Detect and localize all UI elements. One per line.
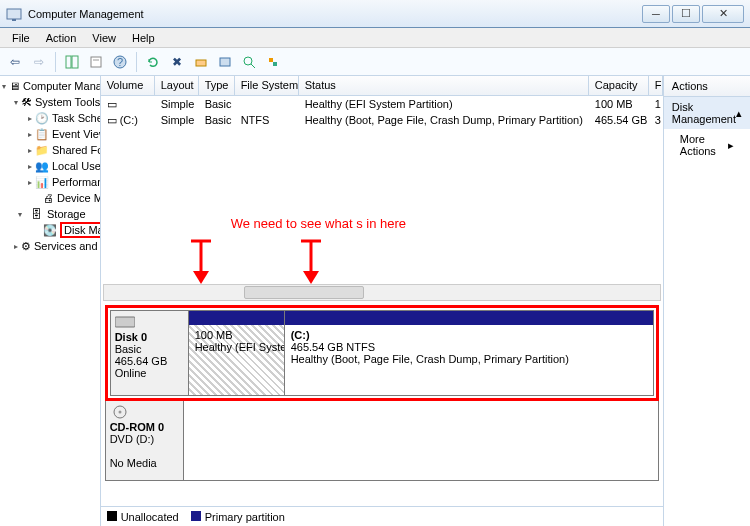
storage-icon: 🗄 [28,206,44,222]
tree-task-scheduler[interactable]: ▸🕑Task Scheduler [0,110,100,126]
svg-point-22 [118,411,121,414]
col-layout[interactable]: Layout [155,76,199,95]
toolbar-button-4[interactable] [238,51,260,73]
col-volume[interactable]: Volume [101,76,155,95]
computer-icon: 🖥 [9,78,20,94]
col-type[interactable]: Type [199,76,235,95]
actions-pane: Actions Disk Management▴ More Actions▸ [664,76,750,526]
legend-primary: Primary partition [205,511,285,523]
actions-disk-management[interactable]: Disk Management▴ [664,97,750,129]
window-title: Computer Management [28,8,642,20]
event-icon: 📋 [35,126,49,142]
tree-root[interactable]: ▾🖥Computer Management (Local [0,78,100,94]
tree-local-users[interactable]: ▸👥Local Users and Groups [0,158,100,174]
clock-icon: 🕑 [35,110,49,126]
perf-icon: 📊 [35,174,49,190]
partition-efi[interactable]: 100 MB Healthy (EFI System P [189,311,285,395]
cdrom-0-label[interactable]: CD-ROM 0 DVD (D:) No Media [106,401,184,480]
help-button[interactable]: ? [109,51,131,73]
partition-c[interactable]: (C:) 465.54 GB NTFS Healthy (Boot, Page … [285,311,653,395]
disk-icon: 💽 [43,222,57,238]
toolbar-button-1[interactable]: ✖ [166,51,188,73]
folder-icon: 📁 [35,142,49,158]
menu-file[interactable]: File [4,30,38,46]
svg-rect-12 [269,58,273,62]
minimize-button[interactable]: ─ [642,5,670,23]
annotation-arrow-2 [296,236,326,288]
svg-rect-0 [7,9,21,19]
svg-marker-18 [303,271,319,284]
center-pane: Volume Layout Type File System Status Ca… [101,76,664,526]
volume-row-2[interactable]: ▭ (C:) Simple Basic NTFS Healthy (Boot, … [101,112,663,128]
tree-event-viewer[interactable]: ▸📋Event Viewer [0,126,100,142]
actions-more[interactable]: More Actions▸ [664,129,750,161]
forward-button[interactable]: ⇨ [28,51,50,73]
annotation-box: Disk 0 Basic 465.64 GB Online 100 MB Hea… [105,305,659,401]
svg-marker-15 [193,271,209,284]
titlebar: Computer Management ─ ☐ ✕ [0,0,750,28]
menu-action[interactable]: Action [38,30,85,46]
svg-text:?: ? [117,56,123,68]
actions-header: Actions [664,76,750,97]
svg-rect-2 [66,56,71,68]
chevron-up-icon: ▴ [736,107,742,120]
legend-unallocated: Unallocated [121,511,179,523]
annotation-arrow-1 [186,236,216,288]
svg-rect-4 [91,57,101,67]
svg-rect-9 [220,58,230,66]
tree-system-tools[interactable]: ▾🛠System Tools [0,94,100,110]
svg-rect-20 [115,317,135,327]
svg-rect-1 [12,19,16,21]
graphical-view: Disk 0 Basic 465.64 GB Online 100 MB Hea… [101,301,663,506]
tree-shared-folders[interactable]: ▸📁Shared Folders [0,142,100,158]
tree-performance[interactable]: ▸📊Performance [0,174,100,190]
toolbar-button-5[interactable] [262,51,284,73]
toolbar-button-2[interactable] [190,51,212,73]
cdrom-0[interactable]: CD-ROM 0 DVD (D:) No Media [105,401,659,481]
drive-icon: ▭ [107,98,117,110]
legend: Unallocated Primary partition [101,506,663,526]
tree-pane[interactable]: ▾🖥Computer Management (Local ▾🛠System To… [0,76,101,526]
drive-icon: ▭ [107,114,117,126]
col-free[interactable]: F [649,76,663,95]
chevron-right-icon: ▸ [728,139,734,152]
svg-rect-13 [273,62,277,66]
back-button[interactable]: ⇦ [4,51,26,73]
svg-rect-3 [72,56,78,68]
users-icon: 👥 [35,158,49,174]
menu-help[interactable]: Help [124,30,163,46]
hdd-icon [115,315,135,329]
svg-rect-5 [93,59,99,61]
device-icon: 🖨 [43,190,54,206]
horizontal-scrollbar[interactable] [103,284,661,301]
menu-view[interactable]: View [84,30,124,46]
toolbar-button-3[interactable] [214,51,236,73]
close-button[interactable]: ✕ [702,5,744,23]
app-icon [6,6,22,22]
tree-disk-management[interactable]: 💽Disk Management [0,222,100,238]
annotation-text: We need to see what s in here [231,216,406,231]
maximize-button[interactable]: ☐ [672,5,700,23]
tree-device-manager[interactable]: 🖨Device Manager [0,190,100,206]
tree-storage[interactable]: ▾🗄Storage [0,206,100,222]
volume-list[interactable]: Volume Layout Type File System Status Ca… [101,76,663,284]
tools-icon: 🛠 [21,94,32,110]
svg-line-11 [251,64,255,68]
col-capacity[interactable]: Capacity [589,76,649,95]
cd-icon [110,405,130,419]
col-filesystem[interactable]: File System [235,76,299,95]
refresh-button[interactable] [142,51,164,73]
tree-services[interactable]: ▸⚙Services and Applications [0,238,100,254]
disk-0[interactable]: Disk 0 Basic 465.64 GB Online 100 MB Hea… [110,310,654,396]
column-headers[interactable]: Volume Layout Type File System Status Ca… [101,76,663,96]
svg-point-10 [244,57,252,65]
col-status[interactable]: Status [299,76,589,95]
volume-row-1[interactable]: ▭ Simple Basic Healthy (EFI System Parti… [101,96,663,112]
disk-0-label[interactable]: Disk 0 Basic 465.64 GB Online [111,311,189,395]
toolbar: ⇦ ⇨ ? ✖ [0,48,750,76]
services-icon: ⚙ [21,238,31,254]
svg-rect-8 [196,60,206,66]
show-hide-tree-button[interactable] [61,51,83,73]
properties-button[interactable] [85,51,107,73]
menubar: File Action View Help [0,28,750,48]
